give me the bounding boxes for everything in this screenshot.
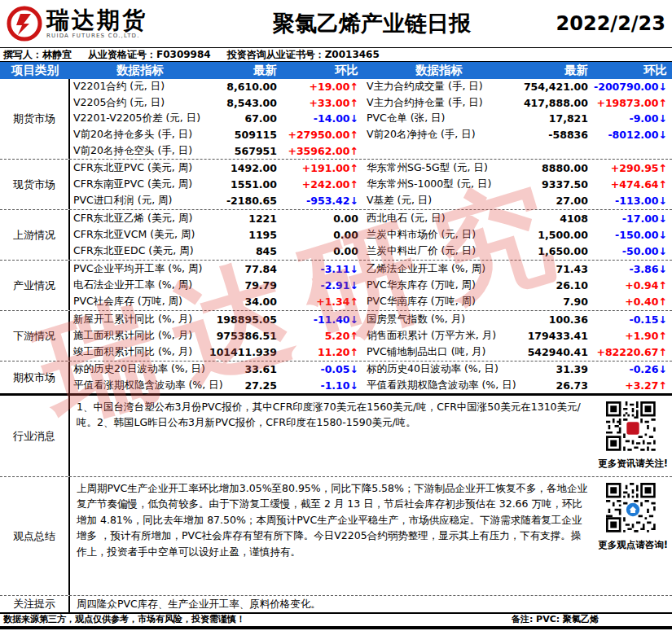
latest-value: 7.90 bbox=[515, 294, 593, 310]
latest-value: -2180.65 bbox=[210, 193, 282, 209]
latest-value: 26.73 bbox=[515, 378, 593, 394]
latest-value: 100.36 bbox=[515, 311, 593, 327]
advisory-label: 投资咨询从业证书号：Z0013465 bbox=[227, 48, 380, 62]
latest-value: 1,500.00 bbox=[515, 226, 593, 243]
report-title: 聚氯乙烯产业链日报 bbox=[202, 9, 542, 38]
latest-value: -58836 bbox=[515, 127, 593, 143]
industry-news-text: 1、中国台湾台塑公布3月份PVC报价，其中CFR印度涨70美元在1560美元/吨… bbox=[70, 396, 594, 476]
change-value: +19.00↑ bbox=[282, 79, 363, 95]
latest-value: 8,610.00 bbox=[210, 79, 282, 95]
watch-section: 关注提示 周四隆众PVC库存、生产企业开工率、原料价格变化。 bbox=[0, 595, 672, 612]
remark-text: 备注: PVC: 聚氯乙烯 bbox=[512, 613, 599, 625]
change-value: -150.00↓ bbox=[593, 226, 672, 243]
latest-value: 1551.00 bbox=[210, 176, 282, 192]
ruida-logo-icon bbox=[7, 6, 42, 42]
logo-subtitle: RUIDA FUTURES CO.,LTD. bbox=[46, 33, 147, 39]
indicator-name: V主力合约持仓量 (手, 日) bbox=[363, 95, 515, 112]
indicator-name: 华东常州SG-5G型 (元, 日) bbox=[363, 160, 515, 176]
indicator-name: 平值看跌期权隐含波动率 (%, 日) bbox=[363, 378, 515, 394]
change-value: 5.20↑ bbox=[282, 327, 363, 344]
indicator-name: PVC仓单 (张, 日) bbox=[363, 111, 515, 127]
change-value: -113.00↓ bbox=[593, 193, 672, 209]
latest-value: 77.84 bbox=[210, 261, 282, 277]
section-label: 现货市场 bbox=[0, 160, 70, 209]
change-value: -3.11↓ bbox=[282, 261, 363, 277]
change-value: +27950.00↑ bbox=[282, 127, 363, 143]
latest-value: 67.00 bbox=[210, 111, 282, 127]
col-header-indicator-left: 数据指标 bbox=[70, 63, 210, 78]
latest-value: 754,421.00 bbox=[515, 79, 593, 95]
change-value: +0.94↑ bbox=[593, 277, 672, 293]
disclaimer-text: 数据来源第三方，观点仅供参考，市场有风险，投资需谨慎！ bbox=[3, 613, 245, 625]
report-page: 瑞达期货 RUIDA FUTURES CO.,LTD. 聚氯乙烯产业链日报 20… bbox=[0, 0, 672, 631]
indicator-name: CFR东南亚PVC (美元, 周) bbox=[70, 176, 210, 192]
indicator-name: CFR东北亚VCM (美元, 周) bbox=[70, 226, 210, 243]
change-value: +290.95↑ bbox=[593, 160, 672, 176]
latest-value: 1195 bbox=[210, 226, 282, 243]
change-value: +242.00↑ bbox=[282, 176, 363, 192]
logo: 瑞达期货 RUIDA FUTURES CO.,LTD. bbox=[0, 6, 202, 42]
latest-value: 542940.41 bbox=[515, 344, 593, 361]
change-value: 11.20↑ bbox=[282, 344, 363, 361]
viewpoint-label: 观点总结 bbox=[0, 477, 70, 595]
indicator-name: 施工面积累计同比 (%, 月) bbox=[70, 327, 210, 344]
change-value: -0.15↓ bbox=[593, 311, 672, 327]
change-value: -953.42↓ bbox=[282, 193, 363, 209]
latest-value: 509115 bbox=[210, 127, 282, 143]
indicator-name: 平值看涨期权隐含波动率 (%, 日) bbox=[70, 378, 210, 394]
latest-value: 1,650.00 bbox=[515, 243, 593, 260]
change-value: -1.10↓ bbox=[282, 378, 363, 394]
indicator-name: 新屋开工累计同比 (%, 月) bbox=[70, 311, 210, 327]
change-value: -2.91↓ bbox=[282, 277, 363, 293]
indicator-name: PVC进口利润 (元, 周) bbox=[70, 193, 210, 209]
latest-value: 1492.00 bbox=[210, 160, 282, 176]
indicator-name: 华东常州S-1000型 (元, 日) bbox=[363, 176, 515, 192]
indicator-name: 销售面积累计 (万平方米, 月) bbox=[363, 327, 515, 344]
change-value: -17.00↓ bbox=[593, 210, 672, 226]
section-futures: 期货市场V2201合约 (元, 日)8,610.00+19.00↑V主力合约成交… bbox=[0, 79, 672, 159]
news-qr-caption: 更多资讯请关注! bbox=[598, 458, 668, 470]
indicator-name: V基差 (元, 日) bbox=[363, 193, 515, 209]
indicator-name: V2201合约 (元, 日) bbox=[70, 79, 210, 95]
indicator-name: V2205合约 (元, 日) bbox=[70, 95, 210, 112]
col-header-category: 项目类别 bbox=[0, 63, 70, 78]
col-header-change-right: 环比 bbox=[593, 63, 672, 78]
table-header: 项目类别 数据指标 最新 环比 数据指标 最新 环比 bbox=[0, 62, 672, 79]
change-value: +0.40↑ bbox=[593, 294, 672, 310]
qr-code-icon bbox=[606, 483, 660, 537]
indicator-name: 兰炭中料出厂价 (元, 日) bbox=[363, 243, 515, 260]
latest-value: 845 bbox=[210, 243, 282, 260]
report-header: 瑞达期货 RUIDA FUTURES CO.,LTD. 聚氯乙烯产业链日报 20… bbox=[0, 0, 672, 47]
meta-row: 撰写人：林静宜 从业资格证号：F0309984 投资咨询从业证书号：Z00134… bbox=[0, 47, 672, 62]
footer: 数据来源第三方，观点仅供参考，市场有风险，投资需谨慎！ 备注: PVC: 聚氯乙… bbox=[0, 612, 672, 624]
indicator-name: PVC华东库存 (万吨, 周) bbox=[363, 277, 515, 293]
change-value: -11.40↓ bbox=[282, 311, 363, 327]
latest-value: 26.10 bbox=[515, 277, 593, 293]
indicator-name: 标的历史40日波动率 (%, 日) bbox=[363, 362, 515, 378]
latest-value: 1221 bbox=[210, 210, 282, 226]
latest-value: 4108 bbox=[515, 210, 593, 226]
section-label: 下游情况 bbox=[0, 311, 70, 361]
indicator-name: 兰炭中料市场价 (元, 日) bbox=[363, 226, 515, 243]
indicator-name: CFR东北亚PVC (美元, 周) bbox=[70, 160, 210, 176]
latest-value: 975386.51 bbox=[210, 327, 282, 344]
latest-value: 179433.41 bbox=[515, 327, 593, 344]
view-qr-caption: 更多观点请咨询! bbox=[598, 539, 668, 551]
change-value: +19873.00↑ bbox=[593, 95, 672, 112]
change-value: 0.00 bbox=[282, 210, 363, 226]
view-qr-block: 更多观点请咨询! bbox=[594, 477, 672, 595]
indicator-name: 国房景气指数 (%, 月) bbox=[363, 311, 515, 327]
latest-value: 31.39 bbox=[515, 362, 593, 378]
change-value: +1.34↑ bbox=[282, 294, 363, 310]
col-header-latest-left: 最新 bbox=[210, 63, 282, 78]
change-value: +474.64↑ bbox=[593, 176, 672, 192]
latest-value: 71.43 bbox=[515, 261, 593, 277]
change-value: -14.00↓ bbox=[282, 111, 363, 127]
section-label: 产业情况 bbox=[0, 261, 70, 310]
indicator-name: PVC铺地制品出口 (吨, 月) bbox=[363, 344, 515, 361]
qualification-label: 从业资格证号：F0309984 bbox=[88, 48, 211, 62]
watch-label: 关注提示 bbox=[0, 596, 70, 612]
change-value: +191.00↑ bbox=[282, 160, 363, 176]
section-label: 上游情况 bbox=[0, 210, 70, 260]
section-label: 期货市场 bbox=[0, 79, 70, 159]
